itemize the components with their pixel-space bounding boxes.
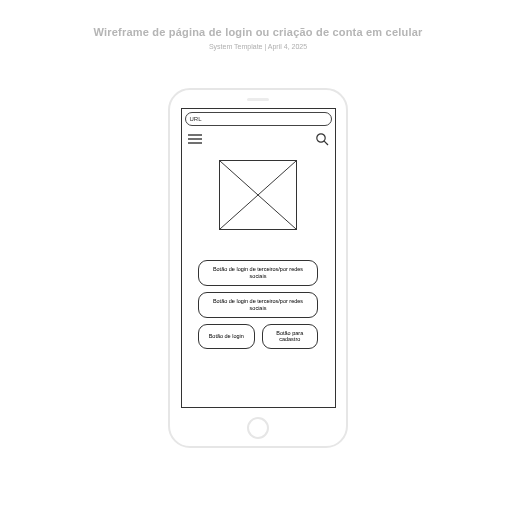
login-signup-row: Botão de login Botão para cadastro	[198, 324, 318, 350]
search-icon[interactable]	[315, 132, 329, 146]
phone-frame: URL Botão	[168, 88, 348, 448]
svg-line-4	[324, 141, 328, 145]
image-placeholder	[219, 160, 297, 230]
login-button[interactable]: Botão de login	[198, 324, 255, 350]
url-bar[interactable]: URL	[185, 112, 332, 126]
app-header	[182, 126, 335, 146]
page-title: Wireframe de página de login ou criação …	[94, 26, 423, 38]
url-label: URL	[190, 116, 202, 122]
phone-speaker	[247, 98, 269, 101]
svg-point-3	[316, 134, 324, 142]
social-login-button-1[interactable]: Botão de login de terceiros/por redes so…	[198, 260, 318, 286]
button-stack: Botão de login de terceiros/por redes so…	[182, 260, 335, 349]
phone-home-button[interactable]	[247, 417, 269, 439]
hamburger-icon[interactable]	[188, 134, 202, 144]
phone-screen: URL Botão	[181, 108, 336, 408]
page-meta: System Template | April 4, 2025	[209, 43, 307, 50]
social-login-button-2[interactable]: Botão de login de terceiros/por redes so…	[198, 292, 318, 318]
signup-button[interactable]: Botão para cadastro	[262, 324, 319, 350]
